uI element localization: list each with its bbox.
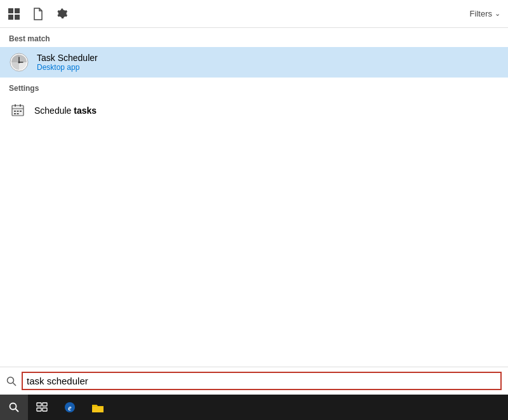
svg-rect-11	[20, 104, 21, 107]
svg-rect-1	[15, 8, 20, 13]
toolbar-left	[8, 8, 69, 20]
svg-rect-10	[15, 104, 16, 107]
svg-rect-0	[8, 8, 13, 13]
svg-point-20	[10, 403, 17, 410]
document-icon[interactable]	[32, 8, 44, 20]
grid-icon[interactable]	[8, 8, 20, 20]
schedule-tasks-label: Schedule tasks	[34, 105, 97, 116]
taskbar-fileexplorer-button[interactable]	[84, 395, 112, 420]
svg-rect-14	[17, 111, 19, 112]
svg-rect-13	[14, 111, 16, 112]
svg-rect-22	[37, 403, 41, 406]
taskbar: e	[0, 395, 508, 420]
settings-icon[interactable]	[56, 8, 69, 20]
settings-section-label: Settings	[0, 78, 508, 97]
svg-text:e: e	[68, 403, 72, 412]
svg-rect-15	[20, 111, 22, 112]
search-results-panel: Best match Task Scheduler Desktop app	[0, 28, 508, 381]
schedule-tasks-item[interactable]: Schedule tasks	[0, 97, 508, 125]
task-scheduler-name: Task Scheduler	[37, 53, 98, 63]
search-input[interactable]	[22, 372, 502, 390]
task-scheduler-icon	[9, 52, 29, 72]
search-bar	[0, 367, 508, 395]
task-scheduler-result[interactable]: Task Scheduler Desktop app	[0, 47, 508, 78]
filters-button[interactable]: Filters ⌄	[470, 9, 500, 18]
task-scheduler-sub: Desktop app	[37, 63, 98, 72]
chevron-down-icon: ⌄	[495, 10, 500, 18]
svg-line-19	[13, 383, 17, 386]
taskbar-ie-button[interactable]: e	[56, 395, 84, 420]
search-bar-icon	[6, 376, 17, 386]
svg-rect-24	[37, 408, 41, 411]
svg-rect-17	[17, 113, 19, 114]
svg-rect-16	[14, 113, 16, 114]
taskbar-taskview-button[interactable]	[28, 395, 56, 420]
taskbar-search-button[interactable]	[0, 395, 28, 420]
svg-point-8	[18, 62, 20, 64]
svg-point-18	[8, 377, 14, 383]
top-toolbar: Filters ⌄	[0, 0, 508, 28]
schedule-icon	[9, 102, 27, 119]
svg-rect-25	[43, 408, 47, 411]
svg-rect-2	[8, 15, 13, 20]
task-scheduler-text: Task Scheduler Desktop app	[37, 53, 98, 72]
svg-line-21	[16, 409, 19, 412]
svg-rect-23	[43, 403, 47, 406]
svg-rect-3	[15, 15, 20, 20]
best-match-label: Best match	[0, 28, 508, 47]
filters-label: Filters	[470, 9, 492, 18]
